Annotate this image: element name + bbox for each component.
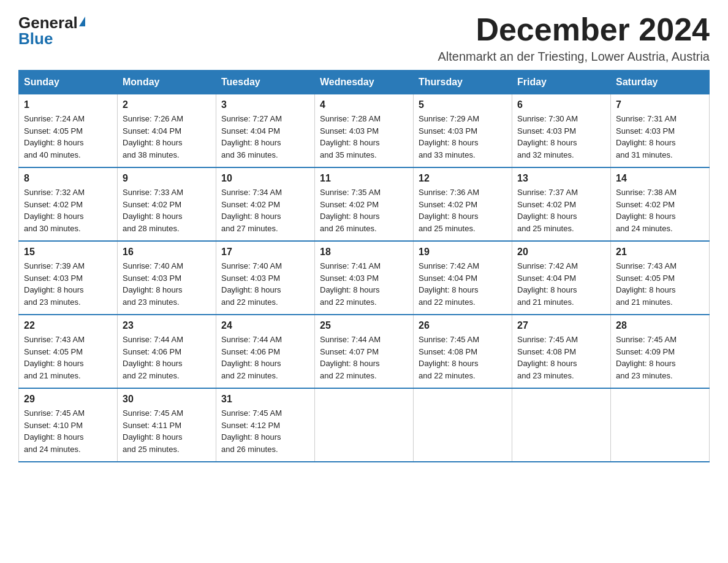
day-info: Sunrise: 7:43 AM Sunset: 4:05 PM Dayligh… xyxy=(616,260,704,308)
day-number: 21 xyxy=(616,247,704,258)
calendar-cell xyxy=(414,388,512,462)
calendar-cell: 12 Sunrise: 7:36 AM Sunset: 4:02 PM Dayl… xyxy=(414,167,512,241)
day-info: Sunrise: 7:32 AM Sunset: 4:02 PM Dayligh… xyxy=(24,186,112,234)
day-info: Sunrise: 7:40 AM Sunset: 4:03 PM Dayligh… xyxy=(123,260,211,308)
day-number: 17 xyxy=(221,247,309,258)
day-number: 3 xyxy=(221,99,309,110)
day-info: Sunrise: 7:26 AM Sunset: 4:04 PM Dayligh… xyxy=(123,113,211,161)
day-number: 1 xyxy=(24,99,112,110)
day-info: Sunrise: 7:34 AM Sunset: 4:02 PM Dayligh… xyxy=(221,186,309,234)
day-number: 19 xyxy=(419,247,507,258)
day-number: 10 xyxy=(221,173,309,184)
calendar-cell xyxy=(611,388,710,462)
calendar-cell: 4 Sunrise: 7:28 AM Sunset: 4:03 PM Dayli… xyxy=(315,94,414,168)
day-number: 15 xyxy=(24,247,112,258)
calendar-cell: 5 Sunrise: 7:29 AM Sunset: 4:03 PM Dayli… xyxy=(414,94,512,168)
calendar-cell: 19 Sunrise: 7:42 AM Sunset: 4:04 PM Dayl… xyxy=(414,241,512,315)
day-info: Sunrise: 7:44 AM Sunset: 4:06 PM Dayligh… xyxy=(123,334,211,381)
day-info: Sunrise: 7:33 AM Sunset: 4:02 PM Dayligh… xyxy=(123,186,211,234)
day-number: 29 xyxy=(24,394,112,405)
calendar-cell: 21 Sunrise: 7:43 AM Sunset: 4:05 PM Dayl… xyxy=(611,241,710,315)
logo-general-text: General xyxy=(18,15,78,31)
calendar-cell: 31 Sunrise: 7:45 AM Sunset: 4:12 PM Dayl… xyxy=(216,388,315,462)
day-number: 24 xyxy=(221,320,309,331)
calendar-cell: 6 Sunrise: 7:30 AM Sunset: 4:03 PM Dayli… xyxy=(512,94,611,168)
day-info: Sunrise: 7:41 AM Sunset: 4:03 PM Dayligh… xyxy=(320,260,408,308)
header-thursday: Thursday xyxy=(414,71,512,94)
header-monday: Monday xyxy=(118,71,216,94)
day-info: Sunrise: 7:37 AM Sunset: 4:02 PM Dayligh… xyxy=(517,186,605,234)
logo-triangle-icon xyxy=(79,17,85,26)
calendar-cell: 23 Sunrise: 7:44 AM Sunset: 4:06 PM Dayl… xyxy=(118,315,216,388)
calendar-table: SundayMondayTuesdayWednesdayThursdayFrid… xyxy=(18,70,710,462)
header-sunday: Sunday xyxy=(19,71,118,94)
day-info: Sunrise: 7:24 AM Sunset: 4:05 PM Dayligh… xyxy=(24,113,112,161)
day-info: Sunrise: 7:44 AM Sunset: 4:07 PM Dayligh… xyxy=(320,334,408,381)
calendar-cell: 14 Sunrise: 7:38 AM Sunset: 4:02 PM Dayl… xyxy=(611,167,710,241)
day-number: 4 xyxy=(320,99,408,110)
day-number: 9 xyxy=(123,173,211,184)
day-number: 16 xyxy=(123,247,211,258)
calendar-cell: 24 Sunrise: 7:44 AM Sunset: 4:06 PM Dayl… xyxy=(216,315,315,388)
day-info: Sunrise: 7:42 AM Sunset: 4:04 PM Dayligh… xyxy=(419,260,507,308)
day-number: 2 xyxy=(123,99,211,110)
calendar-cell: 11 Sunrise: 7:35 AM Sunset: 4:02 PM Dayl… xyxy=(315,167,414,241)
header-saturday: Saturday xyxy=(611,71,710,94)
calendar-cell: 27 Sunrise: 7:45 AM Sunset: 4:08 PM Dayl… xyxy=(512,315,611,388)
header-wednesday: Wednesday xyxy=(315,71,414,94)
page-header: General Blue December 2024 Altenmarkt an… xyxy=(18,12,710,64)
day-number: 18 xyxy=(320,247,408,258)
calendar-cell: 29 Sunrise: 7:45 AM Sunset: 4:10 PM Dayl… xyxy=(19,388,118,462)
day-info: Sunrise: 7:45 AM Sunset: 4:08 PM Dayligh… xyxy=(419,334,507,381)
calendar-cell: 2 Sunrise: 7:26 AM Sunset: 4:04 PM Dayli… xyxy=(118,94,216,168)
calendar-cell: 20 Sunrise: 7:42 AM Sunset: 4:04 PM Dayl… xyxy=(512,241,611,315)
day-number: 28 xyxy=(616,320,704,331)
day-info: Sunrise: 7:28 AM Sunset: 4:03 PM Dayligh… xyxy=(320,113,408,161)
logo: General Blue xyxy=(18,15,85,47)
day-info: Sunrise: 7:39 AM Sunset: 4:03 PM Dayligh… xyxy=(24,260,112,308)
day-number: 26 xyxy=(419,320,507,331)
calendar-cell: 7 Sunrise: 7:31 AM Sunset: 4:03 PM Dayli… xyxy=(611,94,710,168)
calendar-cell: 25 Sunrise: 7:44 AM Sunset: 4:07 PM Dayl… xyxy=(315,315,414,388)
day-info: Sunrise: 7:45 AM Sunset: 4:08 PM Dayligh… xyxy=(517,334,605,381)
month-title: December 2024 xyxy=(438,12,710,47)
calendar-cell: 8 Sunrise: 7:32 AM Sunset: 4:02 PM Dayli… xyxy=(19,167,118,241)
calendar-cell: 30 Sunrise: 7:45 AM Sunset: 4:11 PM Dayl… xyxy=(118,388,216,462)
day-info: Sunrise: 7:42 AM Sunset: 4:04 PM Dayligh… xyxy=(517,260,605,308)
day-info: Sunrise: 7:45 AM Sunset: 4:10 PM Dayligh… xyxy=(24,407,112,455)
day-number: 14 xyxy=(616,173,704,184)
day-number: 25 xyxy=(320,320,408,331)
calendar-week-3: 15 Sunrise: 7:39 AM Sunset: 4:03 PM Dayl… xyxy=(19,241,710,315)
day-number: 31 xyxy=(221,394,309,405)
calendar-cell: 18 Sunrise: 7:41 AM Sunset: 4:03 PM Dayl… xyxy=(315,241,414,315)
day-info: Sunrise: 7:43 AM Sunset: 4:05 PM Dayligh… xyxy=(24,334,112,381)
day-number: 27 xyxy=(517,320,605,331)
day-number: 5 xyxy=(419,99,507,110)
calendar-cell: 9 Sunrise: 7:33 AM Sunset: 4:02 PM Dayli… xyxy=(118,167,216,241)
day-number: 30 xyxy=(123,394,211,405)
day-number: 7 xyxy=(616,99,704,110)
calendar-cell: 13 Sunrise: 7:37 AM Sunset: 4:02 PM Dayl… xyxy=(512,167,611,241)
day-info: Sunrise: 7:31 AM Sunset: 4:03 PM Dayligh… xyxy=(616,113,704,161)
day-number: 22 xyxy=(24,320,112,331)
calendar-cell xyxy=(315,388,414,462)
day-info: Sunrise: 7:45 AM Sunset: 4:09 PM Dayligh… xyxy=(616,334,704,381)
calendar-cell: 26 Sunrise: 7:45 AM Sunset: 4:08 PM Dayl… xyxy=(414,315,512,388)
calendar-cell: 17 Sunrise: 7:40 AM Sunset: 4:03 PM Dayl… xyxy=(216,241,315,315)
calendar-cell: 22 Sunrise: 7:43 AM Sunset: 4:05 PM Dayl… xyxy=(19,315,118,388)
day-info: Sunrise: 7:27 AM Sunset: 4:04 PM Dayligh… xyxy=(221,113,309,161)
calendar-week-1: 1 Sunrise: 7:24 AM Sunset: 4:05 PM Dayli… xyxy=(19,94,710,168)
day-info: Sunrise: 7:40 AM Sunset: 4:03 PM Dayligh… xyxy=(221,260,309,308)
day-number: 11 xyxy=(320,173,408,184)
header-tuesday: Tuesday xyxy=(216,71,315,94)
calendar-cell: 3 Sunrise: 7:27 AM Sunset: 4:04 PM Dayli… xyxy=(216,94,315,168)
day-number: 8 xyxy=(24,173,112,184)
day-number: 12 xyxy=(419,173,507,184)
title-block: December 2024 Altenmarkt an der Triestin… xyxy=(438,12,710,64)
calendar-cell: 1 Sunrise: 7:24 AM Sunset: 4:05 PM Dayli… xyxy=(19,94,118,168)
calendar-cell: 28 Sunrise: 7:45 AM Sunset: 4:09 PM Dayl… xyxy=(611,315,710,388)
day-info: Sunrise: 7:45 AM Sunset: 4:11 PM Dayligh… xyxy=(123,407,211,455)
header-friday: Friday xyxy=(512,71,611,94)
day-number: 23 xyxy=(123,320,211,331)
logo-blue-text: Blue xyxy=(18,31,53,47)
